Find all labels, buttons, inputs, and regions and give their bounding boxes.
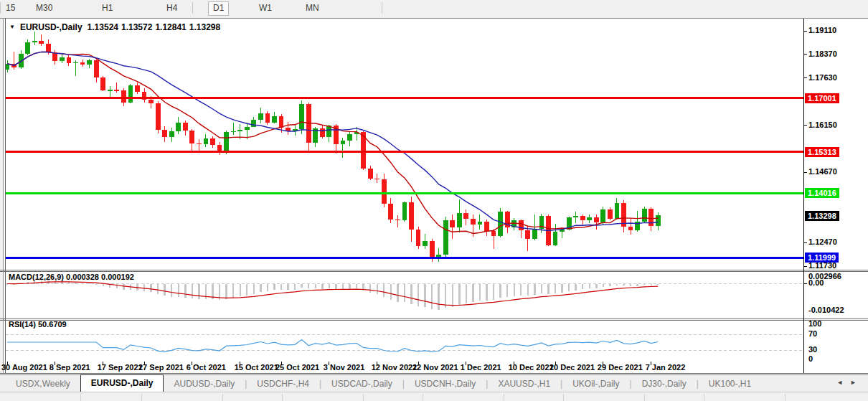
tab-xauusd-h1[interactable]: XAUUSD-,H1 <box>488 377 560 392</box>
date-axis-label: 25 Oct 2021 <box>275 363 319 372</box>
bar-open-value: 1.13524 <box>88 22 118 32</box>
strip-divider <box>785 394 786 401</box>
macd-axis-label: -0.010422 <box>808 306 844 314</box>
tab-usdx-weekly[interactable]: USDX,Weekly <box>6 377 80 392</box>
price-level-badge: 1.15313 <box>805 147 839 157</box>
bar-close-value: 1.13298 <box>189 22 220 32</box>
rsi-axis-label: 30 <box>808 345 817 354</box>
tab-scroll-left-button[interactable]: ◄ <box>836 379 850 386</box>
strip-divider <box>282 394 283 401</box>
macd-indicator-label: MACD(12,26,9) 0.000328 0.000192 <box>9 273 134 281</box>
chart-canvas[interactable] <box>0 0 868 401</box>
strip-divider <box>363 394 364 401</box>
price-axis-tick: 1.18370 <box>808 49 837 58</box>
date-axis-label: 15 Oct 2021 <box>235 363 278 372</box>
chart-symbol-label: EURUSD-,Daily <box>20 22 82 32</box>
price-level-badge: 1.11999 <box>805 253 839 263</box>
price-level-badge: 1.14016 <box>805 188 839 198</box>
tab-usdcnh-daily[interactable]: USDCNH-,Daily <box>405 377 486 392</box>
chart-title-row: ▼ EURUSD-,Daily 1.13524 1.13572 1.12841 … <box>9 22 220 32</box>
price-axis-tick: 1.19110 <box>808 26 836 34</box>
strip-divider <box>80 394 81 401</box>
date-axis-label: 29 Dec 2021 <box>598 363 643 372</box>
bar-low-value: 1.12841 <box>155 22 186 32</box>
symbol-dropdown-icon[interactable]: ▼ <box>9 24 15 30</box>
date-axis-label: 22 Nov 2021 <box>412 363 458 372</box>
price-level-badge: 1.17001 <box>805 93 839 103</box>
tab-scroll-arrows: ◄► <box>836 379 864 386</box>
tab-eurusd-daily[interactable]: EURUSD-,Daily <box>80 374 164 392</box>
strip-divider <box>644 394 645 401</box>
rsi-name: RSI(14) <box>9 320 36 329</box>
macd-signal-value: 0.000192 <box>101 273 134 281</box>
macd-name: MACD(12,26,9) <box>9 273 64 281</box>
strip-divider <box>504 394 504 401</box>
bar-high-value: 1.13572 <box>121 22 152 32</box>
date-axis-label: 30 Aug 2021 <box>1 363 47 372</box>
date-axis-label: 12 Nov 2021 <box>372 363 418 372</box>
price-axis-tick: 1.17630 <box>808 73 837 82</box>
price-axis-tick: 1.12470 <box>808 237 837 246</box>
date-axis-label: 27 Sep 2021 <box>138 363 184 372</box>
rsi-axis-label: 70 <box>808 329 817 338</box>
rsi-indicator-label: RSI(14) 50.6709 <box>9 320 67 329</box>
rsi-value: 50.6709 <box>38 320 67 329</box>
date-axis-label: 20 Dec 2021 <box>549 363 595 372</box>
date-axis-label: 1 Dec 2021 <box>461 363 501 372</box>
chart-tab-bar: USDX,WeeklyEURUSD-,DailyAUDUSD-,Daily|US… <box>0 374 868 392</box>
macd-main-value: 0.000328 <box>66 273 99 281</box>
price-axis-tick: 1.14670 <box>808 167 837 176</box>
strip-divider <box>141 394 142 401</box>
tab-usdcad-daily[interactable]: USDCAD-,Daily <box>321 377 402 392</box>
date-axis-label: 10 Dec 2021 <box>509 363 554 372</box>
date-axis-label: 6 Oct 2021 <box>187 363 226 372</box>
bottom-status-strip <box>0 392 868 401</box>
strip-divider <box>423 394 423 401</box>
price-axis-tick: 1.16150 <box>808 121 837 129</box>
tab-scroll-right-button[interactable]: ► <box>850 379 864 386</box>
current-price-badge: 1.13298 <box>805 211 839 221</box>
tab-audusd-daily[interactable]: AUDUSD-,Daily <box>164 377 245 392</box>
macd-axis-label: 0.00 <box>808 278 824 287</box>
tab-ukoil-daily[interactable]: UKOil-,Daily <box>562 377 629 392</box>
date-axis-label: 8 Sep 2021 <box>49 363 90 372</box>
strip-divider <box>222 394 223 401</box>
tab-dj30-daily[interactable]: DJ30-,Daily <box>632 377 697 392</box>
strip-divider <box>563 394 564 401</box>
tab-usdchf-h4[interactable]: USDCHF-,H4 <box>247 377 319 392</box>
tab-uk100-h1[interactable]: UK100-,H1 <box>699 377 761 392</box>
date-axis-label: 17 Sep 2021 <box>98 363 143 372</box>
date-axis-label: 3 Nov 2021 <box>324 363 364 372</box>
rsi-axis-label: 100 <box>808 319 821 328</box>
rsi-axis-label: 0 <box>808 354 813 363</box>
strip-divider <box>704 394 704 401</box>
date-axis-label: 7 Jan 2022 <box>646 363 686 372</box>
